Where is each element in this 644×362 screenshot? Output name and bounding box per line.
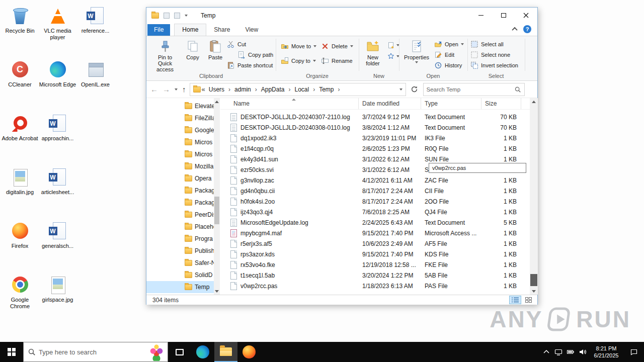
nav-scrollbar-thumb[interactable] — [214, 197, 219, 224]
chevron-right-icon[interactable]: › — [254, 86, 259, 93]
desktop-icon[interactable]: VLC media player — [39, 4, 76, 58]
file-row[interactable]: t1secq1l.5ab 3/20/2024 1:22 PM 5AB File … — [220, 270, 530, 281]
file-row[interactable]: rx53vo4o.fke 12/19/2018 12:58 ... FKE Fi… — [220, 259, 530, 270]
desktop-icon[interactable]: Google Chrome — [1, 273, 39, 327]
address-dropdown-caret-icon[interactable] — [399, 88, 403, 90]
taskbar-clock[interactable]: 8:21 PM 6/21/2025 — [589, 345, 624, 359]
select-all-button[interactable]: Select all — [468, 39, 520, 49]
nav-folder-item[interactable]: Google — [146, 124, 214, 136]
recent-locations-caret-icon[interactable] — [175, 88, 178, 90]
desktop-icon[interactable]: Firefox — [1, 219, 39, 273]
up-button[interactable]: ↑ — [182, 85, 186, 93]
file-row[interactable]: MicrosoftEdgeUpdate.log 2/24/2025 6:43 A… — [220, 217, 530, 228]
scroll-down-button[interactable] — [214, 288, 220, 295]
edit-button[interactable]: Edit — [432, 49, 466, 60]
copy-to-button[interactable]: Copy to — [279, 55, 318, 66]
file-row[interactable]: r5erjx3s.af5 10/6/2023 2:49 AM AF5 File … — [220, 238, 530, 249]
nav-folder-item[interactable]: SolidD — [146, 269, 214, 281]
desktop-icon[interactable]: CCleaner — [1, 58, 39, 112]
copy-button[interactable]: Copy — [182, 38, 204, 72]
taskbar-search[interactable] — [23, 342, 168, 362]
explorer-search-input[interactable] — [427, 86, 512, 93]
search-highlight-flower-image[interactable] — [149, 343, 164, 361]
minimize-button[interactable] — [469, 8, 492, 23]
nav-folder-item[interactable]: Placeho — [146, 221, 214, 233]
chevron-up-icon[interactable] — [512, 27, 517, 33]
desktop-icon[interactable]: generalsch... — [39, 219, 76, 273]
nav-folder-item[interactable]: Elevate — [146, 100, 214, 112]
breadcrumb-item[interactable]: AppData › — [259, 86, 292, 93]
file-row[interactable]: h0fok4si.2oo 8/17/2017 2:24 AM 2OO File … — [220, 196, 530, 207]
open-button[interactable]: Open — [432, 39, 466, 49]
qat-button-icon[interactable] — [164, 13, 170, 19]
desktop-icon[interactable]: OpenIL.exe — [76, 58, 114, 112]
tray-volume-button[interactable] — [577, 342, 589, 362]
paste-shortcut-button[interactable]: Paste shortcut — [225, 60, 275, 70]
chevron-right-icon[interactable]: › — [227, 86, 232, 93]
close-button[interactable] — [515, 8, 537, 23]
refresh-button[interactable] — [410, 84, 420, 95]
ribbon-tab[interactable]: Share — [206, 24, 237, 36]
nav-folder-item[interactable]: Opera — [146, 172, 214, 185]
nav-folder-item[interactable]: Safer-N — [146, 257, 214, 269]
ribbon-tab[interactable]: Home — [174, 24, 206, 36]
copy-path-button[interactable]: Copy path — [225, 49, 275, 60]
tray-battery-button[interactable] — [565, 342, 577, 362]
tray-network-button[interactable] — [552, 342, 565, 362]
file-list-scrollbar[interactable] — [530, 98, 538, 295]
cut-button[interactable]: Cut — [225, 39, 275, 49]
desktop-icon[interactable]: girlspace.jpg — [39, 273, 76, 327]
column-header[interactable]: Type — [421, 98, 481, 109]
forward-button[interactable]: → — [163, 85, 170, 93]
breadcrumb-item[interactable]: admin › — [232, 86, 259, 93]
scroll-up-button[interactable] — [214, 98, 220, 105]
select-none-button[interactable]: Select none — [468, 49, 520, 60]
nav-folder-item[interactable]: Mozilla — [146, 160, 214, 172]
tray-show-hidden-icons-button[interactable] — [540, 342, 552, 362]
file-row[interactable]: DESKTOP-JGLLJLD-20240308-0110.log 3/8/20… — [220, 122, 530, 133]
nav-folder-item[interactable]: Publish — [146, 245, 214, 257]
file-row[interactable]: mpybcgm4.maf 9/15/2021 7:40 PM Microsoft… — [220, 228, 530, 238]
qat-button-icon[interactable] — [174, 13, 180, 19]
taskbar-search-input[interactable] — [39, 348, 146, 356]
ribbon-tab[interactable]: View — [237, 24, 266, 36]
file-row[interactable]: v0wp2rcc.pas 1/18/2023 6:13 AM PAS File … — [220, 281, 530, 291]
desktop-icon[interactable]: Adobe Acrobat — [1, 112, 39, 165]
breadcrumb-item[interactable]: Users › — [206, 86, 232, 93]
help-icon[interactable]: ? — [523, 25, 531, 33]
explorer-search-box[interactable] — [423, 83, 525, 96]
nav-folder-item[interactable]: Micros — [146, 148, 214, 160]
details-view-button[interactable] — [509, 296, 521, 304]
desktop-icon[interactable]: approachin... — [39, 112, 76, 165]
action-center-button[interactable] — [624, 342, 644, 362]
task-view-button[interactable] — [168, 342, 191, 362]
file-row[interactable]: ijz43qo3.qj4 7/6/2018 2:25 AM QJ4 File 1… — [220, 207, 530, 217]
nav-folder-item[interactable]: Micros — [146, 136, 214, 148]
move-to-button[interactable]: Move to — [279, 41, 318, 51]
new-folder-button[interactable]: New folder — [360, 38, 386, 66]
desktop-icon[interactable]: Microsoft Edge — [39, 58, 76, 112]
column-header[interactable]: Date modified — [359, 98, 421, 109]
breadcrumb-item[interactable]: Local › — [292, 86, 316, 93]
scroll-up-button[interactable] — [530, 98, 538, 105]
desktop-icon[interactable]: articlesheet... — [39, 165, 76, 219]
collapsed-crumbs-icon[interactable]: « — [201, 85, 206, 93]
desktop-icon[interactable]: Recycle Bin — [1, 4, 39, 58]
chevron-right-icon[interactable]: › — [337, 86, 342, 93]
start-button[interactable] — [0, 342, 23, 362]
nav-folder-item[interactable]: FileZilla — [146, 112, 214, 124]
delete-button[interactable]: Delete — [319, 41, 355, 51]
desktop-icon[interactable]: reference... — [76, 4, 114, 58]
taskbar-firefox-button[interactable] — [237, 342, 261, 362]
nav-folder-item[interactable]: Packag — [146, 197, 214, 209]
file-row[interactable]: dq1xpod2.ik3 3/23/2019 11:01 PM IK3 File… — [220, 133, 530, 143]
title-bar[interactable]: Temp — [146, 8, 537, 23]
file-row[interactable]: rps3azor.kds 9/15/2021 7:40 PM KDS File … — [220, 249, 530, 259]
nav-folder-item[interactable]: Progra — [146, 233, 214, 245]
nav-folder-item[interactable]: Temp — [146, 281, 214, 293]
breadcrumb-item[interactable]: Temp › — [316, 86, 341, 93]
ribbon-tab[interactable]: File — [147, 24, 170, 36]
file-row[interactable]: DESKTOP-JGLLJLD-20240307-2110.log 3/7/20… — [220, 112, 530, 122]
pin-to-quick-access-button[interactable]: Pin to Quick access — [148, 38, 182, 72]
breadcrumb[interactable]: « Users › admin › AppData › — [190, 83, 406, 96]
